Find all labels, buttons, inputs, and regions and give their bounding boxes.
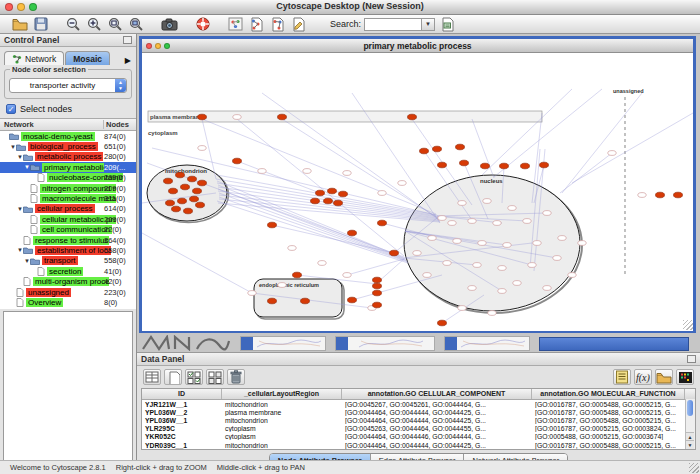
column-header-0[interactable]: ID [142,389,222,399]
annotation-button[interactable] [289,16,308,33]
new-attribute-button[interactable] [164,369,182,385]
select-nodes-checkbox[interactable]: ✓ [6,104,16,114]
status-pan-hint: Middle-click + drag to PAN [217,463,305,472]
open-file-button[interactable] [10,16,29,33]
network-canvas[interactable]: plasma membranecytoplasmnucleusmitochond… [142,53,693,331]
zoom-in-button[interactable] [85,16,104,33]
selected-gene-node [433,146,442,152]
tree-row-cell[interactable]: cell communication22(0) [0,225,136,235]
main-toolbar: Search: ▼ [0,15,700,34]
table-row[interactable]: YLR295Ccytoplasm[GO:0045263, GO:0044464,… [142,425,695,433]
tree-row-secretion[interactable]: secretion41(0) [0,266,136,276]
network-tab-icon [12,54,22,64]
scroll-down-arrow[interactable]: ▼ [686,440,694,449]
open-file-icon [12,17,28,31]
search-config-button[interactable] [438,16,457,33]
folder-icon [23,205,33,213]
more-tabs-button[interactable]: ▶ [122,56,134,65]
minimized-window-thumbnail[interactable] [444,336,530,351]
selected-gene-node [198,114,207,120]
attribute-table: ID_cellularLayoutRegionannotation.GO CEL… [141,388,696,450]
help-button[interactable] [193,16,212,33]
tree-row-overview[interactable]: Overview8(0) [0,297,136,307]
tab-network[interactable]: Network [4,51,64,65]
apply-layout-button[interactable] [247,16,266,33]
gene-node [558,236,566,241]
tree-row-mosaic-demo-yeast[interactable]: mosaic-demo-yeast874(0) [0,131,136,141]
selected-gene-node [172,206,181,212]
color-mapper-button[interactable] [676,369,694,385]
network-graph[interactable]: plasma membranecytoplasmnucleusmitochond… [142,53,693,331]
network-tree-header: Network Nodes [0,118,136,131]
table-cell: [GO:0044464, GO:0044444, GO:0044425, G..… [342,442,532,449]
table-cell: [GO:0045263, GO:0044464, GO:0044455, G..… [342,425,532,432]
node-color-selection-group: Node color selection transporter activit… [4,69,132,99]
network-resize-grip[interactable] [683,320,693,330]
overview-window-button[interactable] [226,16,245,33]
minimized-window-titlebar[interactable] [539,337,689,351]
tree-row-cellular[interactable]: cellular metabolic process209(0) [0,214,136,224]
minimized-window-thumbnail[interactable] [240,336,326,351]
unselect-attributes-button[interactable] [206,369,224,385]
status-bar: Welcome to Cytoscape 2.8.1 Right-click +… [0,460,700,474]
tab-mosaic[interactable]: Mosaic [65,51,110,65]
delete-attribute-button[interactable] [227,369,245,385]
attribute-list-button[interactable] [613,369,631,385]
birds-eye-view[interactable] [3,311,133,471]
tree-row-biologicalprocess[interactable]: ▼biological_process651(0) [0,141,136,151]
attribute-editor-icon [145,371,159,383]
table-vertical-scrollbar[interactable]: ▲ ▼ [685,399,695,449]
tree-row-cellular[interactable]: ▼cellular process614(0) [0,204,136,214]
table-row[interactable]: YPL036W__1mitochondrion[GO:0044464, GO:0… [142,416,695,424]
attribute-editor-button[interactable] [143,369,161,385]
column-header-2[interactable]: annotation.GO CELLULAR_COMPONENT [342,389,532,399]
dropdown-stepper-icon[interactable]: ▲▼ [115,79,126,92]
gene-node [423,273,431,278]
network-view-titlebar[interactable]: primary metabolic process [142,39,693,53]
tree-row-nucleobase-containing[interactable]: nucleobase-containing compound209(0) [0,173,136,183]
apply-vizmap-button[interactable] [268,16,287,33]
scrollbar-thumb[interactable] [687,400,693,416]
tree-row-multi-organism[interactable]: multi-organism process42(0) [0,276,136,286]
gene-node [248,291,256,296]
tree-row-transport[interactable]: ▼transport558(0) [0,256,136,266]
tree-row-macromolecule[interactable]: macromolecule metabolic311(0) [0,193,136,203]
table-row[interactable]: YPL036W__2plasma membrane[GO:0044464, GO… [142,408,695,416]
float-panel-icon[interactable] [123,36,132,44]
table-row[interactable]: YDR039C__1mitochondrion[GO:0044464, GO:0… [142,441,695,449]
column-header-3[interactable]: annotation.GO MOLECULAR_FUNCTION [532,389,685,399]
snapshot-button[interactable] [160,16,179,33]
table-cell: cytoplasm [222,425,342,432]
selected-gene-node [311,198,320,204]
save-button[interactable] [31,16,50,33]
search-dropdown-button[interactable]: ▼ [422,18,435,31]
table-row[interactable]: YKR052Ccytoplasm[GO:0044464, GO:0044446,… [142,433,695,441]
minimized-window-thumbnail[interactable] [335,336,435,351]
tree-row-primary[interactable]: ▼primary metabolic process209(... [0,162,136,172]
tree-row-establishment[interactable]: ▼establishment of localization558(0) [0,245,136,255]
function-builder-button[interactable]: f(x) [634,369,652,385]
network-view-title: primary metabolic process [142,41,693,51]
column-header-1[interactable]: _cellularLayoutRegion [222,389,342,399]
network-view-window[interactable]: primary metabolic process plasma membran… [139,36,696,333]
table-cell: YDR039C__1 [142,442,222,449]
tree-row-metabolic[interactable]: ▼metabolic process280(0) [0,152,136,162]
table-row[interactable]: YJR121W__1mitochondrion[GO:0045267, GO:0… [142,400,695,408]
tree-row-nitrogen[interactable]: nitrogen compound metabolic209(0) [0,183,136,193]
network-file-icon [30,215,38,224]
table-cell: [GO:0044464, GO:0044444, GO:0044425, G..… [342,409,532,416]
select-attributes-button[interactable] [185,369,203,385]
float-data-panel-icon[interactable] [687,355,696,363]
selected-gene-node [456,144,465,150]
tree-row-unassigned[interactable]: unassigned223(0) [0,287,136,297]
zoom-fit-button[interactable] [106,16,125,33]
search-input[interactable] [364,18,422,31]
import-attributes-button[interactable] [655,369,673,385]
tree-row-response[interactable]: response to stimulus264(0) [0,235,136,245]
zoom-selected-button[interactable] [127,16,146,33]
thumbnail-titlebar [336,337,348,350]
node-color-dropdown[interactable]: transporter activity ▲▼ [9,78,127,93]
window-resize-grip[interactable] [689,463,699,473]
folder-icon [23,153,33,161]
zoom-out-button[interactable] [64,16,83,33]
